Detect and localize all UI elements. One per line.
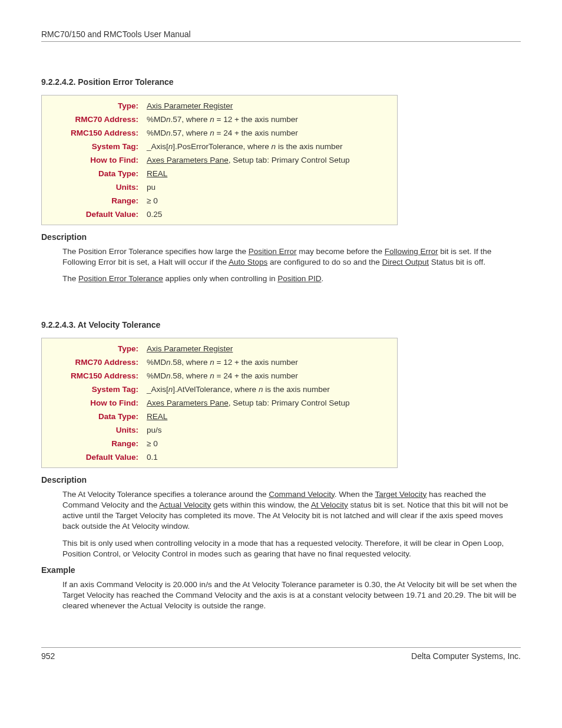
row-rmc70: RMC70 Address: %MDn.57, where n = 12 + t… bbox=[44, 113, 395, 126]
link-direct-output[interactable]: Direct Output bbox=[382, 258, 429, 266]
row-range: Range: ≥ 0 bbox=[44, 194, 395, 207]
value-range: ≥ 0 bbox=[147, 439, 395, 448]
param-table-1: Type: Axis Parameter Register RMC70 Addr… bbox=[41, 95, 398, 225]
value-range: ≥ 0 bbox=[147, 196, 395, 205]
section-title-2: 9.2.2.4.3. At Velocity Tolerance bbox=[41, 320, 521, 330]
footer-company: Delta Computer Systems, Inc. bbox=[411, 651, 521, 661]
row-units: Units: pu bbox=[44, 180, 395, 194]
link-target-velocity[interactable]: Target Velocity bbox=[375, 490, 427, 499]
example-body: If an axis Command Velocity is 20.000 in… bbox=[62, 579, 521, 612]
value-type: Axis Parameter Register bbox=[147, 101, 395, 110]
label-rmc70: RMC70 Address: bbox=[44, 358, 147, 367]
value-systag: _Axis[n].AtVelTolerance, where n is the … bbox=[147, 385, 395, 394]
label-range: Range: bbox=[44, 439, 147, 448]
row-rmc150: RMC150 Address: %MDn.58, where n = 24 + … bbox=[44, 369, 395, 383]
link-position-pid[interactable]: Position PID bbox=[277, 274, 321, 283]
value-units: pu bbox=[147, 183, 395, 192]
label-howto: How to Find: bbox=[44, 156, 147, 164]
section-title-1: 9.2.2.4.2. Position Error Tolerance bbox=[41, 77, 521, 87]
page-header: RMC70/150 and RMCTools User Manual bbox=[41, 29, 521, 42]
link-axes-param-pane[interactable]: Axes Parameters Pane bbox=[147, 156, 229, 164]
label-rmc70: RMC70 Address: bbox=[44, 115, 147, 124]
value-type: Axis Parameter Register bbox=[147, 344, 395, 353]
value-dtype: REAL bbox=[147, 169, 395, 178]
desc-heading-2: Description bbox=[41, 475, 521, 485]
value-default: 0.1 bbox=[147, 453, 395, 462]
link-real[interactable]: REAL bbox=[147, 169, 167, 178]
link-command-velocity[interactable]: Command Velocity bbox=[269, 490, 335, 499]
value-rmc70: %MDn.58, where n = 12 + the axis number bbox=[147, 358, 395, 367]
label-default: Default Value: bbox=[44, 210, 147, 219]
value-dtype: REAL bbox=[147, 412, 395, 421]
example-heading: Example bbox=[41, 565, 521, 575]
link-real[interactable]: REAL bbox=[147, 412, 167, 421]
row-howto: How to Find: Axes Parameters Pane, Setup… bbox=[44, 396, 395, 410]
label-systag: System Tag: bbox=[44, 385, 147, 394]
label-dtype: Data Type: bbox=[44, 169, 147, 178]
link-auto-stops[interactable]: Auto Stops bbox=[229, 258, 267, 266]
link-axes-param-pane[interactable]: Axes Parameters Pane bbox=[147, 398, 229, 407]
value-howto: Axes Parameters Pane, Setup tab: Primary… bbox=[147, 398, 395, 407]
row-rmc70: RMC70 Address: %MDn.58, where n = 12 + t… bbox=[44, 355, 395, 369]
row-systag: System Tag: _Axis[n].AtVelTolerance, whe… bbox=[44, 383, 395, 396]
row-type: Type: Axis Parameter Register bbox=[44, 99, 395, 113]
link-actual-velocity[interactable]: Actual Velocity bbox=[159, 500, 211, 509]
row-default: Default Value: 0.25 bbox=[44, 207, 395, 221]
value-howto: Axes Parameters Pane, Setup tab: Primary… bbox=[147, 156, 395, 164]
page-footer: 952 Delta Computer Systems, Inc. bbox=[41, 647, 521, 661]
desc2-p2: This bit is only used when controlling v… bbox=[62, 538, 521, 559]
row-range: Range: ≥ 0 bbox=[44, 437, 395, 450]
label-systag: System Tag: bbox=[44, 142, 147, 151]
label-default: Default Value: bbox=[44, 453, 147, 462]
value-default: 0.25 bbox=[147, 210, 395, 219]
row-default: Default Value: 0.1 bbox=[44, 450, 395, 464]
value-rmc150: %MDn.57, where n = 24 + the axis number bbox=[147, 129, 395, 137]
link-pos-err-tol[interactable]: Position Error Tolerance bbox=[78, 274, 163, 283]
link-at-velocity[interactable]: At Velocity bbox=[311, 500, 348, 509]
desc2-p1: The At Velocity Tolerance specifies a to… bbox=[62, 489, 521, 532]
desc-p1: The Position Error Tolerance specifies h… bbox=[62, 246, 521, 268]
label-range: Range: bbox=[44, 196, 147, 205]
label-type: Type: bbox=[44, 344, 147, 353]
row-dtype: Data Type: REAL bbox=[44, 167, 395, 180]
row-units: Units: pu/s bbox=[44, 423, 395, 437]
link-axis-param-reg[interactable]: Axis Parameter Register bbox=[147, 344, 233, 353]
label-dtype: Data Type: bbox=[44, 412, 147, 421]
label-type: Type: bbox=[44, 101, 147, 110]
value-units: pu/s bbox=[147, 426, 395, 434]
row-rmc150: RMC150 Address: %MDn.57, where n = 24 + … bbox=[44, 126, 395, 140]
value-rmc70: %MDn.57, where n = 12 + the axis number bbox=[147, 115, 395, 124]
row-type: Type: Axis Parameter Register bbox=[44, 342, 395, 355]
label-units: Units: bbox=[44, 426, 147, 434]
row-dtype: Data Type: REAL bbox=[44, 410, 395, 423]
link-axis-param-reg[interactable]: Axis Parameter Register bbox=[147, 101, 233, 110]
value-rmc150: %MDn.58, where n = 24 + the axis number bbox=[147, 371, 395, 380]
label-rmc150: RMC150 Address: bbox=[44, 371, 147, 380]
value-systag: _Axis[n].PosErrorTolerance, where n is t… bbox=[147, 142, 395, 151]
label-rmc150: RMC150 Address: bbox=[44, 129, 147, 137]
param-table-2: Type: Axis Parameter Register RMC70 Addr… bbox=[41, 338, 398, 468]
page-content: RMC70/150 and RMCTools User Manual 9.2.2… bbox=[0, 0, 562, 684]
page-number: 952 bbox=[41, 651, 55, 661]
row-howto: How to Find: Axes Parameters Pane, Setup… bbox=[44, 153, 395, 167]
label-howto: How to Find: bbox=[44, 398, 147, 407]
desc-heading-1: Description bbox=[41, 232, 521, 242]
desc-p2: The Position Error Tolerance applies onl… bbox=[62, 274, 521, 284]
row-systag: System Tag: _Axis[n].PosErrorTolerance, … bbox=[44, 140, 395, 153]
link-following-error[interactable]: Following Error bbox=[385, 247, 438, 256]
link-position-error[interactable]: Position Error bbox=[249, 247, 297, 256]
label-units: Units: bbox=[44, 183, 147, 192]
